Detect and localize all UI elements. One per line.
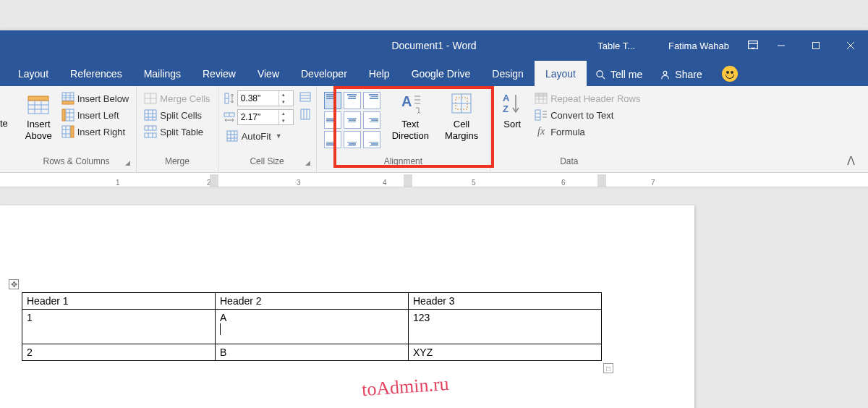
ruler-tick: 3 xyxy=(297,179,301,187)
ruler-column-marker[interactable] xyxy=(597,174,606,187)
collapse-ribbon-button[interactable]: ᐱ xyxy=(847,154,855,168)
align-center-right[interactable] xyxy=(363,111,380,129)
ribbon-display-options-icon[interactable] xyxy=(746,38,760,54)
table-cell[interactable]: A xyxy=(216,310,409,344)
ruler-tick: 5 xyxy=(472,179,476,187)
group-cell-size: ▲▼ ▲▼ AutoFit ▼ Cell xyxy=(218,86,317,172)
split-table-icon xyxy=(144,125,157,138)
document-table[interactable]: Header 1 Header 2 Header 3 1 A 123 2 B X… xyxy=(22,292,602,361)
share-icon xyxy=(660,69,671,80)
delete-button-partial[interactable]: te xyxy=(0,89,12,169)
merge-cells-button[interactable]: Merge Cells xyxy=(141,90,213,106)
table-cell[interactable]: Header 3 xyxy=(409,293,602,310)
ruler-column-marker[interactable] xyxy=(404,174,412,187)
split-cells-icon xyxy=(144,109,157,122)
align-bottom-center[interactable] xyxy=(344,131,361,148)
tab-layout-page[interactable]: Layout xyxy=(7,61,59,86)
tab-developer[interactable]: Developer xyxy=(290,61,358,86)
close-button[interactable] xyxy=(833,30,868,61)
svg-rect-72 xyxy=(535,93,547,96)
text-direction-button[interactable]: A Text Direction xyxy=(388,89,433,156)
cell-margins-button[interactable]: Cell Margins xyxy=(441,89,482,156)
tab-view[interactable]: View xyxy=(247,61,290,86)
table-cell[interactable]: 1 xyxy=(22,310,216,344)
svg-text:A: A xyxy=(401,93,412,109)
tab-google-drive[interactable]: Google Drive xyxy=(401,61,482,86)
height-up[interactable]: ▲ xyxy=(279,91,288,98)
title-bar: Document1 - Word Table T... Fatima Wahab xyxy=(0,30,868,61)
tab-table-layout[interactable]: Layout xyxy=(535,61,587,86)
tab-table-design[interactable]: Design xyxy=(481,61,535,86)
table-row[interactable]: 2 B XYZ xyxy=(22,344,602,361)
rows-columns-dialog-launcher[interactable]: ◢ xyxy=(125,159,130,166)
svg-rect-3 xyxy=(813,43,820,49)
table-cell[interactable]: Header 2 xyxy=(216,293,409,310)
autofit-icon xyxy=(226,129,239,143)
align-center-left[interactable] xyxy=(324,111,341,129)
height-down[interactable]: ▼ xyxy=(279,98,288,106)
autofit-button[interactable]: AutoFit ▼ xyxy=(223,128,294,144)
table-row[interactable]: Header 1 Header 2 Header 3 xyxy=(22,293,602,310)
tab-review[interactable]: Review xyxy=(192,61,247,86)
cell-size-dialog-launcher[interactable]: ◢ xyxy=(305,159,310,166)
row-height-input[interactable] xyxy=(238,92,278,105)
ruler-tick: 6 xyxy=(561,179,566,187)
page[interactable]: ✥ Header 1 Header 2 Header 3 1 A 123 2 B… xyxy=(0,205,694,408)
align-bottom-right[interactable] xyxy=(363,131,380,148)
text-cursor xyxy=(220,323,221,335)
width-up[interactable]: ▲ xyxy=(279,110,288,117)
split-table-button[interactable]: Split Table xyxy=(141,124,213,140)
svg-rect-15 xyxy=(62,93,74,101)
ruler-column-marker[interactable] xyxy=(210,174,218,187)
svg-line-7 xyxy=(602,76,605,79)
window-controls xyxy=(764,30,868,61)
tab-references[interactable]: References xyxy=(59,61,133,86)
merge-cells-icon xyxy=(144,92,157,105)
tab-help[interactable]: Help xyxy=(358,61,401,86)
horizontal-ruler[interactable]: 1 2 3 4 5 6 7 xyxy=(0,173,868,187)
distribute-rows-button[interactable] xyxy=(299,90,312,103)
tab-mailings[interactable]: Mailings xyxy=(133,61,192,86)
formula-button[interactable]: fx Formula xyxy=(532,124,643,140)
align-top-left[interactable] xyxy=(324,92,341,109)
convert-to-text-button[interactable]: Convert to Text xyxy=(532,107,643,123)
group-label-merge: Merge xyxy=(141,156,213,169)
insert-above-button[interactable]: Insert Above xyxy=(21,89,56,156)
ribbon-partial-delete: te xyxy=(0,86,17,172)
row-height-icon xyxy=(223,92,236,105)
column-width-input[interactable] xyxy=(238,111,278,124)
table-cell[interactable]: B xyxy=(216,344,409,361)
svg-rect-14 xyxy=(28,96,48,101)
table-cell[interactable]: 123 xyxy=(409,310,602,344)
distribute-columns-button[interactable] xyxy=(299,108,312,121)
word-window: Document1 - Word Table T... Fatima Wahab… xyxy=(0,30,868,408)
group-merge: Merge Cells Split Cells Split Table Merg… xyxy=(137,86,218,172)
table-cell[interactable]: XYZ xyxy=(409,344,602,361)
cell-margins-icon xyxy=(448,90,475,116)
table-cell[interactable]: 2 xyxy=(22,344,216,361)
svg-rect-20 xyxy=(62,101,74,104)
insert-left-button[interactable]: Insert Left xyxy=(59,107,132,123)
tell-me-search[interactable]: Tell me xyxy=(587,63,651,86)
insert-right-button[interactable]: Insert Right xyxy=(59,124,132,140)
align-top-center[interactable] xyxy=(344,92,361,109)
table-cell[interactable]: Header 1 xyxy=(22,293,216,310)
insert-below-button[interactable]: Insert Below xyxy=(59,90,132,106)
svg-rect-57 xyxy=(301,109,310,119)
share-button[interactable]: Share xyxy=(651,63,710,86)
split-cells-button[interactable]: Split Cells xyxy=(141,107,213,123)
align-top-right[interactable] xyxy=(363,92,380,109)
table-row[interactable]: 1 A 123 xyxy=(22,310,602,344)
user-name[interactable]: Fatima Wahab xyxy=(668,41,729,51)
align-center-center[interactable] xyxy=(344,111,361,129)
ruler-tick: 4 xyxy=(383,179,387,187)
repeat-header-rows-button[interactable]: Repeat Header Rows xyxy=(532,90,643,106)
sort-button[interactable]: AZ Sort xyxy=(495,89,529,156)
width-down[interactable]: ▼ xyxy=(279,117,288,124)
maximize-button[interactable] xyxy=(799,30,833,61)
table-move-handle[interactable]: ✥ xyxy=(9,279,19,289)
table-resize-handle[interactable]: □ xyxy=(603,363,613,373)
minimize-button[interactable] xyxy=(764,30,799,61)
feedback-smiley-icon[interactable] xyxy=(722,66,738,82)
align-bottom-left[interactable] xyxy=(324,131,341,148)
